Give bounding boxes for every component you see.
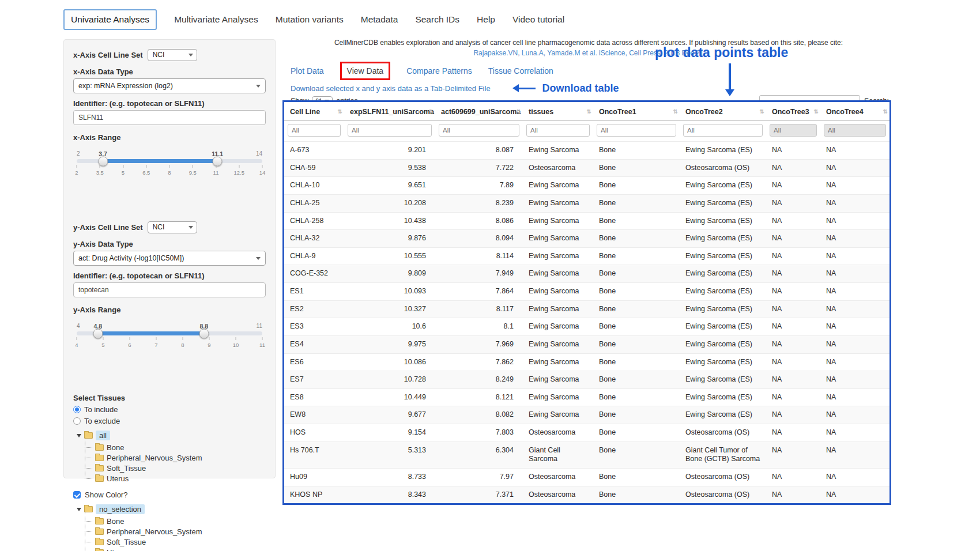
column-header-oncotree1[interactable]: OncoTree1⇅ xyxy=(593,102,680,121)
tree-node-peripheral-nervous-system[interactable]: Peripheral_Nervous_System xyxy=(82,526,266,537)
y-cell-line-set-select[interactable]: NCI xyxy=(148,221,197,233)
table-row-chla-32[interactable]: CHLA-329.8768.094Ewing SarcomaBoneEwing … xyxy=(284,230,889,248)
slider-tick xyxy=(216,165,216,168)
table-row-a-673[interactable]: A-6739.2018.087Ewing SarcomaBoneEwing Sa… xyxy=(284,142,889,160)
table-row-cha-59[interactable]: CHA-599.5387.722OsteosarcomaBoneOsteosar… xyxy=(284,159,889,177)
tree-node-soft-tissue[interactable]: Soft_Tissue xyxy=(82,537,266,547)
sort-icon[interactable]: ⇅ xyxy=(517,108,521,115)
sort-icon[interactable]: ⇅ xyxy=(814,108,819,115)
y-data-type-select[interactable]: act: Drug Activity (-log10[IC50M]) xyxy=(73,251,266,266)
slider-tick-label: 6 xyxy=(128,342,131,348)
cell: 10.728 xyxy=(344,371,435,389)
table-row-chla-25[interactable]: CHLA-2510.2088.239Ewing SarcomaBoneEwing… xyxy=(284,194,889,212)
table-row-khos-np[interactable]: KHOS NP8.3437.371OsteosarcomaBoneOsteosa… xyxy=(284,486,889,503)
nav-tab-metadata[interactable]: Metadata xyxy=(361,10,398,29)
slider-tick-label: 5 xyxy=(101,342,104,348)
slider-track[interactable]: 2143.711.1 xyxy=(77,159,262,163)
column-filter-cell-line[interactable] xyxy=(288,124,341,137)
tree-node-no-selection[interactable]: no_selection xyxy=(77,504,266,515)
y-range-slider[interactable]: 4114.88.84567891011 xyxy=(77,331,262,366)
nav-tab-help[interactable]: Help xyxy=(477,10,495,29)
tree-node-uterus[interactable]: Uterus xyxy=(82,547,266,551)
nav-tab-search-ids[interactable]: Search IDs xyxy=(415,10,459,29)
cell: Osteosarcoma (OS) xyxy=(680,424,766,442)
cell: NA xyxy=(766,142,820,160)
table-row-es1[interactable]: ES110.0937.864Ewing SarcomaBoneEwing Sar… xyxy=(284,283,889,301)
x-cell-line-set-select[interactable]: NCI xyxy=(148,49,197,61)
citation-reference-link[interactable]: Rajapakse.VN, Luna.A, Yamade.M et al. iS… xyxy=(282,48,895,58)
nav-tab-univariate-analyses[interactable]: Univariate Analyses xyxy=(63,9,157,30)
table-row-ew8[interactable]: EW89.6778.082Ewing SarcomaBoneEwing Sarc… xyxy=(284,406,889,424)
column-header-expslfn11-unisarcoma[interactable]: expSLFN11_uniSarcoma⇅ xyxy=(344,102,435,121)
table-row-hu09[interactable]: Hu098.7337.97OsteosarcomaBoneOsteosarcom… xyxy=(284,468,889,486)
nav-tab-video-tutorial[interactable]: Video tutorial xyxy=(512,10,564,29)
table-row-chla-9[interactable]: CHLA-910.5558.114Ewing SarcomaBoneEwing … xyxy=(284,247,889,265)
x-data-type-select[interactable]: exp: mRNA Expression (log2) xyxy=(73,78,266,93)
table-row-es2[interactable]: ES210.3278.117Ewing SarcomaBoneEwing Sar… xyxy=(284,300,889,318)
column-filter-oncotree4[interactable] xyxy=(824,124,886,137)
cell: NA xyxy=(766,300,820,318)
column-filter-tissues[interactable] xyxy=(526,124,590,137)
tree-node-bone[interactable]: Bone xyxy=(82,442,266,452)
tab-tissue-correlation[interactable]: Tissue Correlation xyxy=(488,66,553,76)
table-row-es6[interactable]: ES610.0867.862Ewing SarcomaBoneEwing Sar… xyxy=(284,353,889,371)
table-row-chla-258[interactable]: CHLA-25810.4388.086Ewing SarcomaBoneEwin… xyxy=(284,212,889,230)
download-link[interactable]: Download selected x and y axis data as a… xyxy=(291,84,491,93)
table-row-es8[interactable]: ES810.4498.121Ewing SarcomaBoneEwing Sar… xyxy=(284,388,889,406)
sort-icon[interactable]: ⇅ xyxy=(338,108,342,115)
show-color-checkbox[interactable]: Show Color? xyxy=(73,490,266,499)
radio-to-exclude[interactable]: To exclude xyxy=(73,417,266,425)
cell: Hu09 xyxy=(284,468,344,486)
cell: Ewing Sarcoma xyxy=(523,194,593,212)
y-identifier-input[interactable] xyxy=(73,282,266,297)
table-row-es4[interactable]: ES49.9757.969Ewing SarcomaBoneEwing Sarc… xyxy=(284,335,889,353)
column-header-oncotree2[interactable]: OncoTree2⇅ xyxy=(680,102,766,121)
table-row-hs-706-t[interactable]: Hs 706.T5.3136.304Giant Cell SarcomaBone… xyxy=(284,441,889,468)
nav-tab-mutation-variants[interactable]: Mutation variants xyxy=(276,10,344,29)
column-filter-oncotree3[interactable] xyxy=(770,124,817,137)
column-header-oncotree3[interactable]: OncoTree3⇅ xyxy=(766,102,820,121)
x-range-slider[interactable]: 2143.711.123.556.589.51112.514 xyxy=(77,159,262,194)
column-filter-oncotree1[interactable] xyxy=(597,124,676,137)
table-row-es3[interactable]: ES310.68.1Ewing SarcomaBoneEwing Sarcoma… xyxy=(284,318,889,336)
tree-node-peripheral-nervous-system[interactable]: Peripheral_Nervous_System xyxy=(82,452,266,463)
x-identifier-input[interactable] xyxy=(73,110,266,125)
tab-plot-data[interactable]: Plot Data xyxy=(291,66,324,76)
sort-icon[interactable]: ⇅ xyxy=(883,108,888,115)
table-row-hos[interactable]: HOS9.1547.803OsteosarcomaBoneOsteosarcom… xyxy=(284,424,889,442)
column-filter-act609699-unisarcoma[interactable] xyxy=(439,124,519,137)
tree-node-soft-tissue[interactable]: Soft_Tissue xyxy=(82,463,266,473)
sort-icon[interactable]: ⇅ xyxy=(673,108,678,115)
caret-down-icon[interactable] xyxy=(77,434,81,440)
tree-node-uterus[interactable]: Uterus xyxy=(82,473,266,484)
sort-icon[interactable]: ⇅ xyxy=(760,108,764,115)
column-header-cell-line[interactable]: Cell Line⇅ xyxy=(284,102,344,121)
radio-to-include[interactable]: To include xyxy=(73,405,266,414)
chevron-down-icon xyxy=(256,257,261,260)
cell: NA xyxy=(820,247,889,265)
sort-icon[interactable]: ⇅ xyxy=(587,108,591,115)
table-row-es7[interactable]: ES710.7288.249Ewing SarcomaBoneEwing Sar… xyxy=(284,371,889,389)
column-header-tissues[interactable]: tissues⇅ xyxy=(523,102,593,121)
column-header-oncotree4[interactable]: OncoTree4⇅ xyxy=(820,102,889,121)
cell: Bone xyxy=(593,177,680,195)
column-filter-expslfn11-unisarcoma[interactable] xyxy=(348,124,432,137)
tab-view-data[interactable]: View Data xyxy=(340,62,391,80)
cell: NA xyxy=(766,371,820,389)
tree-node-all[interactable]: all xyxy=(77,430,266,441)
column-filter-oncotree2[interactable] xyxy=(683,124,763,137)
tree-node-bone[interactable]: Bone xyxy=(82,516,266,526)
cell: Ewing Sarcoma xyxy=(523,283,593,301)
slider-track[interactable]: 4114.88.8 xyxy=(77,331,262,335)
table-row-chla-10[interactable]: CHLA-109.6517.89Ewing SarcomaBoneEwing S… xyxy=(284,177,889,195)
cell: Ewing Sarcoma xyxy=(523,388,593,406)
column-header-act609699-unisarcoma[interactable]: act609699_uniSarcoma⇅ xyxy=(435,102,523,121)
slider-min-label: 4 xyxy=(77,323,80,329)
nav-tab-multivariate-analyses[interactable]: Multivariate Analyses xyxy=(174,10,258,29)
caret-down-icon[interactable] xyxy=(77,508,81,514)
sort-icon[interactable]: ⇅ xyxy=(429,108,434,115)
cell: Osteosarcoma (OS) xyxy=(680,159,766,177)
cell: CHLA-32 xyxy=(284,230,344,248)
tab-compare-patterns[interactable]: Compare Patterns xyxy=(406,66,472,76)
table-row-cog-e-352[interactable]: COG-E-3529.8097.949Ewing SarcomaBoneEwin… xyxy=(284,265,889,283)
